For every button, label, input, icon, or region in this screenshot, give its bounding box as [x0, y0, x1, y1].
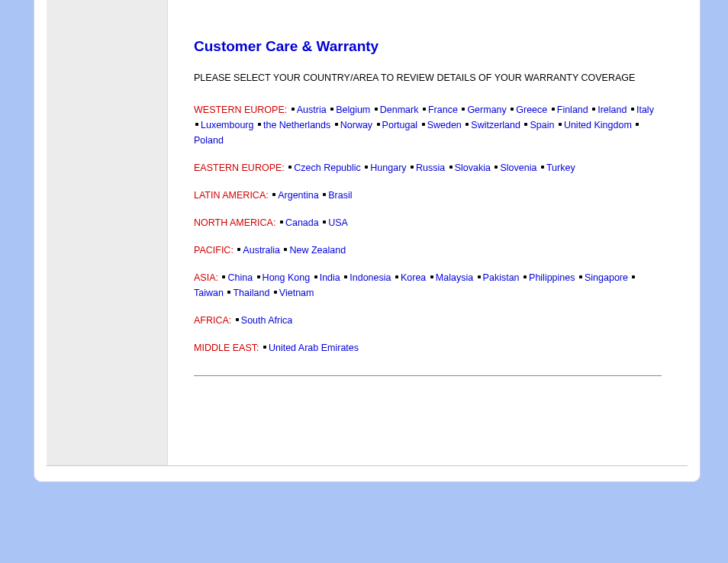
bullet-icon: [288, 166, 292, 169]
country-link[interactable]: Slovakia: [455, 162, 491, 173]
country-link[interactable]: Greece: [516, 105, 547, 115]
country-link[interactable]: Ireland: [598, 105, 627, 115]
region-block: ASIA: China Hong Kong India Indonesia Ko…: [194, 270, 662, 301]
bullet-icon: [344, 275, 347, 278]
country-link[interactable]: Switzerland: [471, 120, 520, 130]
country-link[interactable]: Australia: [243, 245, 280, 256]
bullet-icon: [636, 123, 639, 126]
bullet-icon: [227, 291, 230, 294]
country-link[interactable]: Hong Kong: [263, 272, 311, 283]
bullet-icon: [195, 123, 198, 126]
inner-frame: Customer Care & Warranty PLEASE SELECT Y…: [47, 0, 688, 466]
country-link[interactable]: Korea: [401, 272, 426, 283]
region-label: EASTERN EUROPE:: [194, 162, 285, 173]
bullet-icon: [323, 193, 326, 196]
bullet-icon: [280, 220, 283, 224]
bullet-icon: [263, 346, 266, 349]
country-link[interactable]: Finland: [557, 105, 588, 115]
country-link[interactable]: Hungary: [370, 162, 406, 173]
country-link[interactable]: Portugal: [382, 120, 418, 130]
bullet-icon: [274, 291, 277, 294]
bullet-icon: [423, 108, 426, 111]
bullet-icon: [465, 123, 469, 126]
country-link[interactable]: Luxembourg: [201, 120, 254, 130]
country-link[interactable]: United Arab Emirates: [269, 343, 359, 353]
region-label: LATIN AMERICA:: [194, 190, 269, 201]
content: Customer Care & Warranty PLEASE SELECT Y…: [168, 0, 688, 391]
bullet-icon: [541, 166, 544, 169]
country-link[interactable]: Turkey: [546, 162, 575, 173]
divider: [194, 375, 662, 376]
country-link[interactable]: China: [227, 272, 253, 283]
country-link[interactable]: Sweden: [427, 120, 462, 130]
bullet-icon: [323, 220, 326, 224]
country-link[interactable]: Pakistan: [483, 272, 520, 283]
region-block: WESTERN EUROPE: Austria Belgium Denmark …: [194, 102, 662, 148]
bullet-icon: [335, 123, 338, 126]
country-link[interactable]: Czech Republic: [294, 162, 361, 173]
bullet-icon: [395, 275, 398, 278]
country-link[interactable]: Denmark: [380, 105, 419, 115]
region-block: NORTH AMERICA: Canada USA: [194, 215, 662, 230]
bullet-icon: [375, 108, 378, 111]
bullet-icon: [411, 166, 414, 169]
country-link[interactable]: New Zealand: [289, 245, 346, 256]
country-link[interactable]: Indonesia: [350, 272, 391, 283]
country-link[interactable]: Norway: [340, 120, 372, 130]
page-title: Customer Care & Warranty: [194, 38, 662, 55]
country-link[interactable]: France: [428, 105, 458, 115]
bullet-icon: [592, 108, 595, 111]
bullet-icon: [236, 318, 239, 321]
country-link[interactable]: Malaysia: [436, 272, 473, 283]
bullet-icon: [237, 248, 240, 251]
bullet-icon: [631, 108, 634, 111]
country-link[interactable]: Vietnam: [279, 288, 314, 298]
region-label: PACIFIC:: [194, 245, 234, 256]
regions-list: WESTERN EUROPE: Austria Belgium Denmark …: [194, 102, 662, 355]
bullet-icon: [272, 193, 275, 196]
region-block: AFRICA: South Africa: [194, 313, 662, 328]
bullet-icon: [257, 275, 260, 278]
country-link[interactable]: India: [320, 272, 340, 283]
bullet-icon: [478, 275, 481, 278]
bullet-icon: [579, 275, 582, 278]
country-link[interactable]: Argentina: [278, 190, 319, 201]
bullet-icon: [222, 275, 225, 278]
country-link[interactable]: Belgium: [336, 105, 370, 115]
bullet-icon: [559, 123, 562, 126]
bullet-icon: [377, 123, 380, 126]
country-link[interactable]: South Africa: [241, 315, 292, 326]
country-link[interactable]: Philippines: [529, 272, 575, 283]
region-label: MIDDLE EAST:: [194, 343, 259, 353]
country-link[interactable]: Brasil: [328, 190, 352, 201]
bullet-icon: [258, 123, 261, 126]
region-block: PACIFIC: Australia New Zealand: [194, 243, 662, 258]
bullet-icon: [314, 275, 317, 278]
bullet-icon: [494, 166, 498, 169]
country-link[interactable]: Spain: [530, 120, 554, 130]
country-link[interactable]: USA: [328, 217, 348, 228]
bullet-icon: [632, 275, 635, 278]
region-label: NORTH AMERICA:: [194, 217, 275, 228]
region-label: ASIA:: [194, 272, 218, 283]
bullet-icon: [462, 108, 465, 111]
country-link[interactable]: Austria: [297, 105, 327, 115]
country-link[interactable]: Thailand: [233, 288, 269, 298]
bullet-icon: [449, 166, 453, 169]
sidebar: [47, 0, 167, 465]
region-block: LATIN AMERICA: Argentina Brasil: [194, 188, 662, 203]
country-link[interactable]: Canada: [285, 217, 319, 228]
country-link[interactable]: United Kingdom: [564, 120, 632, 130]
country-link[interactable]: Russia: [416, 162, 445, 173]
country-link[interactable]: Germany: [467, 105, 506, 115]
country-link[interactable]: Singapore: [585, 272, 628, 283]
country-link[interactable]: Slovenia: [500, 162, 536, 173]
bullet-icon: [430, 275, 433, 278]
country-link[interactable]: the Netherlands: [263, 120, 330, 130]
instruction-text: PLEASE SELECT YOUR COUNTRY/AREA TO REVIE…: [194, 72, 662, 85]
country-link[interactable]: Taiwan: [194, 288, 224, 298]
country-link[interactable]: Italy: [636, 105, 654, 115]
country-link[interactable]: Poland: [194, 135, 224, 146]
bullet-icon: [511, 108, 514, 111]
bullet-icon: [284, 248, 287, 251]
